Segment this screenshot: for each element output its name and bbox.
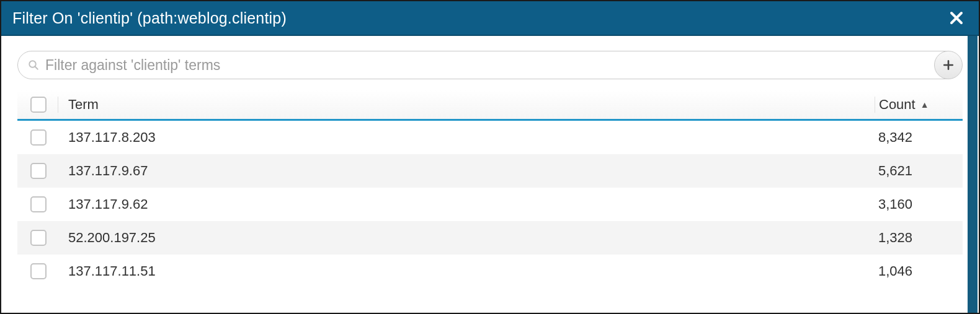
- row-check-cell: [25, 163, 58, 179]
- row-checkbox[interactable]: [30, 196, 47, 212]
- row-check-cell: [25, 129, 58, 146]
- table-header: Term Count ▲: [17, 90, 963, 121]
- table-row[interactable]: 137.117.11.511,046: [17, 255, 963, 288]
- row-term: 137.117.9.67: [58, 163, 875, 179]
- close-icon[interactable]: [945, 7, 968, 28]
- scrollbar[interactable]: [968, 36, 978, 313]
- row-checkbox[interactable]: [30, 230, 47, 246]
- row-checkbox[interactable]: [30, 129, 47, 146]
- select-all-cell: [25, 97, 58, 113]
- table-body: 137.117.8.2038,342137.117.9.675,621137.1…: [17, 121, 963, 288]
- column-header-term[interactable]: Term: [58, 97, 875, 113]
- row-check-cell: [25, 230, 58, 246]
- sort-asc-icon: ▲: [920, 100, 929, 110]
- row-count: 3,160: [875, 196, 955, 212]
- filter-dialog: Filter On 'clientip' (path:weblog.client…: [0, 0, 980, 314]
- search-row: [17, 51, 963, 79]
- search-icon: [28, 59, 39, 71]
- table-row[interactable]: 52.200.197.251,328: [17, 221, 963, 255]
- table-row[interactable]: 137.117.9.623,160: [17, 188, 963, 221]
- row-check-cell: [25, 263, 58, 279]
- row-term: 137.117.8.203: [58, 129, 875, 146]
- row-count: 1,046: [875, 263, 955, 279]
- search-input[interactable]: [45, 57, 948, 74]
- add-button[interactable]: [934, 51, 963, 79]
- terms-table: Term Count ▲ 137.117.8.2038,342137.117.9…: [17, 90, 963, 313]
- dialog-title: Filter On 'clientip' (path:weblog.client…: [12, 9, 287, 27]
- row-count: 1,328: [875, 230, 955, 246]
- row-count: 5,621: [875, 163, 955, 179]
- row-check-cell: [25, 196, 58, 212]
- dialog-header: Filter On 'clientip' (path:weblog.client…: [1, 1, 979, 36]
- table-row[interactable]: 137.117.8.2038,342: [17, 121, 963, 154]
- select-all-checkbox[interactable]: [30, 97, 47, 113]
- dialog-body: Term Count ▲ 137.117.8.2038,342137.117.9…: [1, 36, 979, 313]
- row-count: 8,342: [875, 129, 955, 146]
- row-term: 52.200.197.25: [58, 230, 875, 246]
- row-checkbox[interactable]: [30, 263, 47, 279]
- row-term: 137.117.9.62: [58, 196, 875, 212]
- column-header-count[interactable]: Count ▲: [875, 97, 955, 113]
- search-box: [17, 51, 959, 79]
- table-row[interactable]: 137.117.9.675,621: [17, 154, 963, 188]
- svg-line-1: [35, 66, 38, 69]
- scrollbar-thumb[interactable]: [968, 36, 978, 313]
- row-checkbox[interactable]: [30, 163, 47, 179]
- count-header-label: Count: [879, 97, 915, 113]
- row-term: 137.117.11.51: [58, 263, 875, 279]
